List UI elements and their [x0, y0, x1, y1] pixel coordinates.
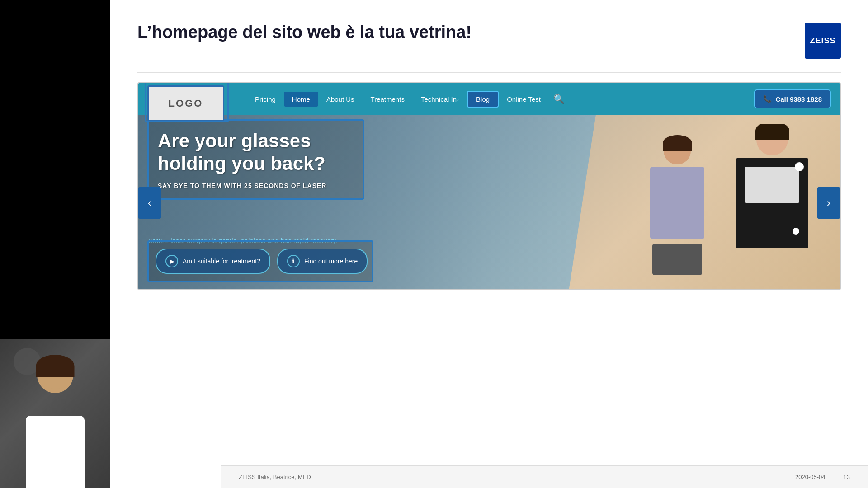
footer-right: 2020-05-04 13 [795, 474, 850, 480]
divider [137, 72, 841, 73]
search-icon[interactable]: 🔍 [553, 94, 565, 104]
logo-box: LOGO [147, 85, 224, 122]
cta-box: ▶ Am I suitable for treatment? ℹ Find ou… [147, 240, 373, 282]
website-mockup: LOGO Pricing Home About Us Treatments Te… [137, 82, 841, 290]
footer-left-text: ZEISS Italia, Beatrice, MED [239, 474, 311, 480]
nav-online-test[interactable]: Online Test [499, 92, 549, 107]
hero-section: Are your glasses holding you back? SAY B… [138, 115, 840, 290]
footer-slide-number: 13 [844, 474, 850, 480]
hero-person-image [569, 115, 840, 290]
webcam-area [0, 339, 110, 488]
nav-treatments[interactable]: Treatments [363, 92, 413, 107]
cta-primary-icon: ▶ [165, 255, 178, 267]
nav-home[interactable]: Home [284, 92, 318, 107]
nav-blog[interactable]: Blog [467, 91, 499, 108]
slide-footer: ZEISS Italia, Beatrice, MED 2020-05-04 1… [221, 465, 868, 488]
phone-icon: 📞 [763, 95, 772, 103]
footer-date: 2020-05-04 [795, 474, 826, 480]
site-navbar: LOGO Pricing Home About Us Treatments Te… [138, 83, 840, 115]
zeiss-logo: ZEISS [805, 23, 841, 59]
slide-title: L’homepage del sito web è la tua vetrina… [137, 23, 472, 42]
carousel-arrow-right[interactable]: › [817, 187, 840, 219]
slide-header: L’homepage del sito web è la tua vetrina… [110, 0, 868, 72]
left-panel [0, 0, 110, 488]
nav-about[interactable]: About Us [318, 92, 363, 107]
hero-headline: Are your glasses holding you back? [158, 130, 354, 175]
hero-content-box: Are your glasses holding you back? SAY B… [147, 119, 364, 200]
cta-secondary-button[interactable]: ℹ Find out more here [277, 249, 368, 274]
nav-links: Pricing Home About Us Treatments Technic… [247, 91, 565, 108]
cta-secondary-icon: ℹ [287, 255, 300, 267]
nav-pricing[interactable]: Pricing [247, 92, 284, 107]
main-content: L’homepage del sito web è la tua vetrina… [110, 0, 868, 488]
nav-technical[interactable]: Technical In› [413, 92, 467, 107]
call-button[interactable]: 📞 Call 9388 1828 [754, 89, 831, 108]
webcam-video [0, 339, 110, 488]
carousel-arrow-left[interactable]: ‹ [138, 187, 161, 219]
hero-subheadline: SAY BYE TO THEM WITH 25 SECONDS OF LASER [158, 182, 354, 189]
cta-primary-button[interactable]: ▶ Am I suitable for treatment? [156, 249, 270, 274]
